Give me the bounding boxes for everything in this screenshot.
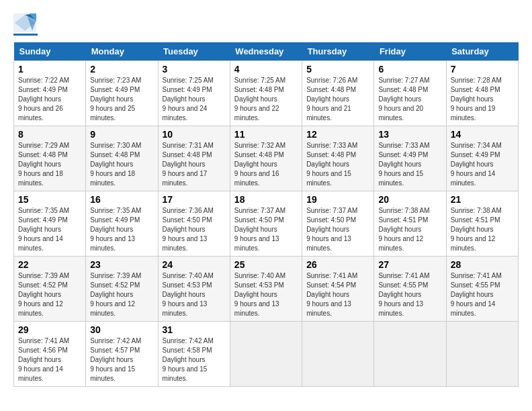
day-number: 24 xyxy=(163,259,226,270)
calendar-cell: 10 Sunrise: 7:31 AMSunset: 4:48 PMDaylig… xyxy=(158,126,230,191)
calendar-cell: 24 Sunrise: 7:40 AMSunset: 4:53 PMDaylig… xyxy=(158,257,230,322)
calendar-week-row: 22 Sunrise: 7:39 AMSunset: 4:52 PMDaylig… xyxy=(14,257,519,322)
calendar-cell: 14 Sunrise: 7:34 AMSunset: 4:49 PMDaylig… xyxy=(446,126,518,191)
day-number: 29 xyxy=(18,324,81,335)
calendar-cell xyxy=(446,322,518,387)
day-header-thursday: Thursday xyxy=(302,42,374,61)
calendar-cell: 23 Sunrise: 7:39 AMSunset: 4:52 PMDaylig… xyxy=(86,257,158,322)
calendar-cell: 30 Sunrise: 7:42 AMSunset: 4:57 PMDaylig… xyxy=(86,322,158,387)
day-details: Sunrise: 7:39 AMSunset: 4:52 PMDaylight … xyxy=(90,272,141,317)
day-number: 3 xyxy=(163,64,226,75)
day-header-monday: Monday xyxy=(86,42,158,61)
day-details: Sunrise: 7:22 AMSunset: 4:49 PMDaylight … xyxy=(18,77,69,122)
day-number: 5 xyxy=(306,64,369,75)
day-number: 10 xyxy=(163,129,226,140)
logo-icon xyxy=(13,13,36,32)
day-details: Sunrise: 7:33 AMSunset: 4:49 PMDaylight … xyxy=(378,142,429,187)
calendar-cell: 11 Sunrise: 7:32 AMSunset: 4:48 PMDaylig… xyxy=(230,126,302,191)
day-number: 16 xyxy=(90,194,153,205)
day-details: Sunrise: 7:41 AMSunset: 4:54 PMDaylight … xyxy=(306,272,357,317)
calendar-cell: 20 Sunrise: 7:38 AMSunset: 4:51 PMDaylig… xyxy=(374,191,446,257)
calendar-cell: 21 Sunrise: 7:38 AMSunset: 4:51 PMDaylig… xyxy=(446,191,518,257)
day-details: Sunrise: 7:23 AMSunset: 4:49 PMDaylight … xyxy=(90,77,141,122)
day-number: 4 xyxy=(234,64,298,75)
day-number: 27 xyxy=(378,259,441,270)
day-details: Sunrise: 7:38 AMSunset: 4:51 PMDaylight … xyxy=(378,207,429,252)
day-details: Sunrise: 7:41 AMSunset: 4:55 PMDaylight … xyxy=(378,272,429,317)
day-number: 7 xyxy=(451,64,514,75)
calendar-cell: 26 Sunrise: 7:41 AMSunset: 4:54 PMDaylig… xyxy=(302,257,374,322)
calendar-cell: 29 Sunrise: 7:41 AMSunset: 4:56 PMDaylig… xyxy=(14,322,86,387)
calendar-cell: 15 Sunrise: 7:35 AMSunset: 4:49 PMDaylig… xyxy=(14,191,86,257)
day-header-tuesday: Tuesday xyxy=(158,42,230,61)
day-header-friday: Friday xyxy=(374,42,446,61)
day-number: 26 xyxy=(306,259,369,270)
day-details: Sunrise: 7:31 AMSunset: 4:48 PMDaylight … xyxy=(163,142,214,187)
calendar-cell: 8 Sunrise: 7:29 AMSunset: 4:48 PMDayligh… xyxy=(14,126,86,191)
day-details: Sunrise: 7:25 AMSunset: 4:48 PMDaylight … xyxy=(234,77,285,122)
day-details: Sunrise: 7:28 AMSunset: 4:48 PMDaylight … xyxy=(451,77,502,122)
day-number: 30 xyxy=(90,324,153,335)
day-number: 6 xyxy=(378,64,441,75)
calendar-cell: 16 Sunrise: 7:35 AMSunset: 4:49 PMDaylig… xyxy=(86,191,158,257)
day-number: 15 xyxy=(18,194,81,205)
calendar-cell: 4 Sunrise: 7:25 AMSunset: 4:48 PMDayligh… xyxy=(230,61,302,126)
calendar-cell xyxy=(302,322,374,387)
day-details: Sunrise: 7:32 AMSunset: 4:48 PMDaylight … xyxy=(234,142,285,187)
day-number: 31 xyxy=(163,324,226,335)
day-details: Sunrise: 7:41 AMSunset: 4:55 PMDaylight … xyxy=(451,272,502,317)
calendar-cell: 2 Sunrise: 7:23 AMSunset: 4:49 PMDayligh… xyxy=(86,61,158,126)
day-number: 23 xyxy=(90,259,153,270)
day-details: Sunrise: 7:29 AMSunset: 4:48 PMDaylight … xyxy=(18,142,69,187)
calendar-week-row: 8 Sunrise: 7:29 AMSunset: 4:48 PMDayligh… xyxy=(14,126,519,191)
day-header-sunday: Sunday xyxy=(14,42,86,61)
day-number: 13 xyxy=(378,129,441,140)
calendar-cell: 1 Sunrise: 7:22 AMSunset: 4:49 PMDayligh… xyxy=(14,61,86,126)
day-details: Sunrise: 7:38 AMSunset: 4:51 PMDaylight … xyxy=(451,207,502,252)
calendar-week-row: 1 Sunrise: 7:22 AMSunset: 4:49 PMDayligh… xyxy=(14,61,519,126)
calendar-cell: 3 Sunrise: 7:25 AMSunset: 4:49 PMDayligh… xyxy=(158,61,230,126)
calendar-cell xyxy=(374,322,446,387)
calendar-cell: 17 Sunrise: 7:36 AMSunset: 4:50 PMDaylig… xyxy=(158,191,230,257)
day-number: 1 xyxy=(18,64,81,75)
days-header-row: SundayMondayTuesdayWednesdayThursdayFrid… xyxy=(14,42,519,61)
day-details: Sunrise: 7:40 AMSunset: 4:53 PMDaylight … xyxy=(234,272,285,317)
day-details: Sunrise: 7:42 AMSunset: 4:57 PMDaylight … xyxy=(90,337,141,382)
calendar-cell: 12 Sunrise: 7:33 AMSunset: 4:48 PMDaylig… xyxy=(302,126,374,191)
calendar-cell: 9 Sunrise: 7:30 AMSunset: 4:48 PMDayligh… xyxy=(86,126,158,191)
day-number: 12 xyxy=(306,129,369,140)
day-details: Sunrise: 7:40 AMSunset: 4:53 PMDaylight … xyxy=(163,272,214,317)
calendar-cell: 28 Sunrise: 7:41 AMSunset: 4:55 PMDaylig… xyxy=(446,257,518,322)
calendar-cell: 18 Sunrise: 7:37 AMSunset: 4:50 PMDaylig… xyxy=(230,191,302,257)
day-details: Sunrise: 7:35 AMSunset: 4:49 PMDaylight … xyxy=(90,207,141,252)
day-number: 11 xyxy=(234,129,298,140)
day-details: Sunrise: 7:33 AMSunset: 4:48 PMDaylight … xyxy=(306,142,357,187)
calendar-table: SundayMondayTuesdayWednesdayThursdayFrid… xyxy=(13,42,519,387)
calendar-cell: 5 Sunrise: 7:26 AMSunset: 4:48 PMDayligh… xyxy=(302,61,374,126)
day-number: 18 xyxy=(234,194,298,205)
calendar-cell: 7 Sunrise: 7:28 AMSunset: 4:48 PMDayligh… xyxy=(446,61,518,126)
day-details: Sunrise: 7:25 AMSunset: 4:49 PMDaylight … xyxy=(163,77,214,122)
calendar-cell: 22 Sunrise: 7:39 AMSunset: 4:52 PMDaylig… xyxy=(14,257,86,322)
calendar-week-row: 29 Sunrise: 7:41 AMSunset: 4:56 PMDaylig… xyxy=(14,322,519,387)
day-number: 25 xyxy=(234,259,298,270)
calendar-cell xyxy=(230,322,302,387)
day-details: Sunrise: 7:26 AMSunset: 4:48 PMDaylight … xyxy=(306,77,357,122)
calendar-week-row: 15 Sunrise: 7:35 AMSunset: 4:49 PMDaylig… xyxy=(14,191,519,257)
day-number: 22 xyxy=(18,259,81,270)
day-details: Sunrise: 7:35 AMSunset: 4:49 PMDaylight … xyxy=(18,207,69,252)
day-header-wednesday: Wednesday xyxy=(230,42,302,61)
day-details: Sunrise: 7:27 AMSunset: 4:48 PMDaylight … xyxy=(378,77,429,122)
day-details: Sunrise: 7:34 AMSunset: 4:49 PMDaylight … xyxy=(451,142,502,187)
day-details: Sunrise: 7:42 AMSunset: 4:58 PMDaylight … xyxy=(163,337,214,382)
calendar-cell: 25 Sunrise: 7:40 AMSunset: 4:53 PMDaylig… xyxy=(230,257,302,322)
day-header-saturday: Saturday xyxy=(446,42,518,61)
calendar-cell: 31 Sunrise: 7:42 AMSunset: 4:58 PMDaylig… xyxy=(158,322,230,387)
day-number: 14 xyxy=(451,129,514,140)
page-header xyxy=(13,13,519,36)
day-number: 28 xyxy=(451,259,514,270)
calendar-cell: 6 Sunrise: 7:27 AMSunset: 4:48 PMDayligh… xyxy=(374,61,446,126)
day-number: 17 xyxy=(163,194,226,205)
day-details: Sunrise: 7:36 AMSunset: 4:50 PMDaylight … xyxy=(163,207,214,252)
day-number: 19 xyxy=(306,194,369,205)
